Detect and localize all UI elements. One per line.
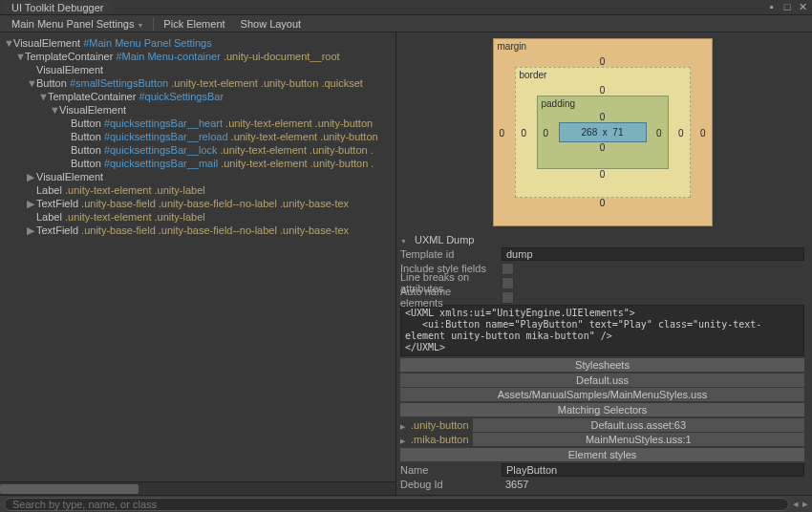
show-layout-button[interactable]: Show Layout (233, 16, 310, 32)
stylesheets-header: Stylesheets (400, 358, 804, 372)
matching-selectors-header: Matching Selectors (400, 403, 804, 416)
search-prev-icon[interactable]: ◂ (793, 498, 799, 510)
tree-row[interactable]: ▼VisualElement #Main Menu Panel Settings (0, 36, 395, 50)
template-id-field[interactable]: dump (502, 247, 804, 261)
tree-row[interactable]: ▶TextField .unity-base-field .unity-base… (0, 224, 395, 237)
padding-left-value: 0 (544, 127, 549, 138)
padding-bottom-value: 0 (559, 142, 647, 153)
border-top-value: 0 (537, 85, 669, 96)
stylesheet-item[interactable]: Default.uss (400, 373, 804, 387)
padding-top-value: 0 (559, 112, 647, 122)
tree-row[interactable]: Button #quicksettingsBar__heart .unity-t… (0, 117, 395, 130)
uxml-dump-header[interactable]: UXML Dump (400, 234, 804, 245)
pick-element-button[interactable]: Pick Element (156, 16, 232, 32)
margin-bottom-value: 0 (515, 198, 691, 208)
border-label: border (520, 70, 547, 80)
auto-name-checkbox[interactable] (502, 291, 514, 304)
tree-row[interactable]: ▼TemplateContainer #quickSettingsBar (0, 90, 395, 103)
selector-row[interactable]: .unity-buttonDefault.uss.asset:63 (400, 418, 804, 432)
auto-name-label: Auto name elements (400, 286, 496, 309)
selector-row[interactable]: .mika-buttonMainMenuStyles.uss:1 (400, 433, 804, 446)
include-style-fields-checkbox[interactable] (502, 263, 514, 275)
uxml-code-output: <UXML xmlns:ui="UnityEngine.UIElements">… (400, 305, 804, 356)
tree-row[interactable]: ▼Button #smallSettingsButton .unity-text… (0, 76, 395, 90)
horizontal-scrollbar[interactable] (0, 481, 395, 495)
tree-row[interactable]: Button #quicksettingsBar__reload .unity-… (0, 130, 395, 143)
element-styles-header: Element styles (400, 448, 804, 461)
border-left-value: 0 (522, 127, 527, 138)
tree-row[interactable]: Button #quicksettingsBar__mail .unity-te… (0, 157, 395, 170)
tree-row[interactable]: ▶VisualElement (0, 170, 395, 183)
border-bottom-value: 0 (537, 169, 669, 180)
tree-row[interactable]: Label .unity-text-element .unity-label (0, 210, 395, 224)
tree-row[interactable]: ▼TemplateContainer #Main Menu-container … (0, 50, 395, 63)
panel-select-dropdown[interactable]: Main Menu Panel Settings (4, 16, 151, 32)
line-breaks-checkbox[interactable] (502, 277, 514, 289)
padding-label: padding (542, 98, 576, 109)
border-right-value: 0 (678, 127, 684, 138)
style-value: 3657 (502, 478, 804, 491)
content-size: 268 x 71 (559, 122, 647, 142)
tree-row[interactable]: Label .unity-text-element .unity-label (0, 183, 395, 197)
maximize-icon[interactable]: □ (781, 1, 793, 13)
margin-top-value: 0 (515, 56, 691, 67)
window-tab[interactable]: UI Toolkit Debugger (4, 1, 111, 14)
search-input[interactable] (4, 498, 789, 511)
style-value[interactable]: PlayButton (502, 463, 804, 477)
tree-row[interactable]: ▼VisualElement (0, 103, 395, 117)
stylesheet-item[interactable]: Assets/ManualSamples/MainMenuStyles.uss (400, 388, 804, 401)
margin-left-value: 0 (500, 127, 505, 138)
dock-icon[interactable]: ▪ (766, 1, 778, 13)
style-label: Name (400, 464, 496, 476)
tree-row[interactable]: VisualElement (0, 63, 395, 76)
tree-row[interactable]: ▶TextField .unity-base-field .unity-base… (0, 197, 395, 210)
box-model-diagram: margin 0 0 0 border 0 0 0 padding 0 0 0 … (493, 38, 713, 226)
style-label: Debug Id (400, 479, 496, 490)
padding-right-value: 0 (656, 127, 662, 138)
margin-label: margin (498, 41, 527, 52)
close-icon[interactable]: ✕ (797, 1, 808, 13)
template-id-label: Template id (400, 248, 496, 260)
search-next-icon[interactable]: ▸ (802, 498, 808, 510)
tree-row[interactable]: Button #quicksettingsBar__lock .unity-te… (0, 143, 395, 157)
margin-right-value: 0 (700, 127, 706, 138)
divider (153, 17, 154, 31)
